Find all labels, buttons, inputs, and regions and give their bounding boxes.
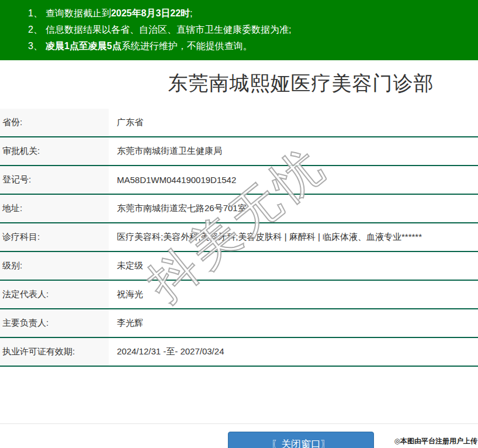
notice-number: 1、 xyxy=(28,8,43,18)
row-label: 诊疗科目: xyxy=(0,223,109,251)
row-value: 2024/12/31 -至- 2027/03/24 xyxy=(117,338,224,366)
notice-number: 3、 xyxy=(28,41,43,51)
row-label: 审批机关: xyxy=(0,137,109,165)
row-label: 省份: xyxy=(0,109,109,136)
page-title: 东莞南城熙娅医疗美容门诊部 xyxy=(0,60,478,109)
notice-line: 2、信息数据结果以各省、自治区、直辖市卫生健康委数据为准; xyxy=(28,22,478,38)
table-row-legal-representative: 法定代表人: 祝海光 xyxy=(0,281,478,309)
row-label: 登记号: xyxy=(0,166,109,194)
table-row-registration-number: 登记号: MA58D1WM044190019D1542 xyxy=(0,166,478,195)
notice-text: 信息数据结果以各省、自治区、直辖市卫生健康委数据为准; xyxy=(46,25,291,35)
notice-text: ; xyxy=(190,8,192,18)
row-label: 法定代表人: xyxy=(0,281,109,308)
row-value: 李光辉 xyxy=(117,309,143,337)
page: 1、查询数据截止到2025年8月3日22时; 2、信息数据结果以各省、自治区、直… xyxy=(0,0,478,448)
row-label: 主要负责人: xyxy=(0,309,109,337)
row-value: 东莞市南城街道宏七路26号701室 xyxy=(117,195,247,222)
table-row-level: 级别: 未定级 xyxy=(0,252,478,281)
upload-note-watermark: ◎本图由平台注册用户上传 xyxy=(394,436,477,446)
table-row-license-validity: 执业许可证有效期: 2024/12/31 -至- 2027/03/24 xyxy=(0,338,478,367)
notice-line: 3、凌晨1点至凌晨5点系统进行维护，不能提供查询。 xyxy=(28,38,478,54)
table-row-medical-subjects: 诊疗科目: 医疗美容科;美容外科;美容牙科;美容皮肤科 | 麻醉科 | 临床体液… xyxy=(0,223,478,252)
row-label: 执业许可证有效期: xyxy=(0,338,109,366)
notice-bold-text: 2025年8月3日22时 xyxy=(111,8,190,18)
institution-info-table: 省份: 广东省 审批机关: 东莞市南城街道卫生健康局 登记号: MA58D1WM… xyxy=(0,109,478,367)
row-value: 东莞市南城街道卫生健康局 xyxy=(117,137,222,165)
table-row-address: 地址: 东莞市南城街道宏七路26号701室 xyxy=(0,195,478,223)
notice-line: 1、查询数据截止到2025年8月3日22时; xyxy=(28,5,478,22)
table-row-province: 省份: 广东省 xyxy=(0,109,478,137)
notice-text: 查询数据截止到 xyxy=(46,8,111,18)
row-value: 未定级 xyxy=(117,252,143,280)
close-window-button[interactable]: 〖关闭窗口〗 xyxy=(228,432,374,448)
notice-text: 系统进行维护，不能提供查询。 xyxy=(122,41,252,51)
notice-bold-text: 凌晨1点至凌晨5点 xyxy=(46,41,122,51)
notice-bar: 1、查询数据截止到2025年8月3日22时; 2、信息数据结果以各省、自治区、直… xyxy=(0,0,478,60)
row-value: MA58D1WM044190019D1542 xyxy=(117,166,236,194)
row-value: 医疗美容科;美容外科;美容牙科;美容皮肤科 | 麻醉科 | 临床体液、血液专业*… xyxy=(117,223,422,251)
notice-number: 2、 xyxy=(28,25,43,35)
table-row-main-person-in-charge: 主要负责人: 李光辉 xyxy=(0,309,478,338)
row-value: 广东省 xyxy=(117,109,143,136)
table-row-approval-authority: 审批机关: 东莞市南城街道卫生健康局 xyxy=(0,137,478,166)
row-label: 级别: xyxy=(0,252,109,280)
row-label: 地址: xyxy=(0,195,109,222)
row-value: 祝海光 xyxy=(117,281,143,308)
